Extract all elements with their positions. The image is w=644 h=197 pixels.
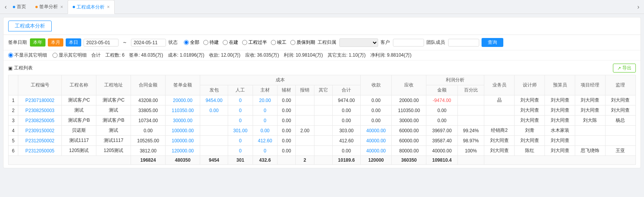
status-half[interactable]: 工程过半 xyxy=(242,39,267,46)
table-cell: 刘大同查 xyxy=(605,95,635,105)
col-profit-group: 利润分析 xyxy=(426,75,484,85)
table-cell: 2 xyxy=(9,105,18,116)
status-pending[interactable]: 待建 xyxy=(203,39,219,46)
table-cell[interactable]: P2312050005 xyxy=(18,146,62,156)
table-cell: 刘大陈 xyxy=(575,116,606,126)
table-cell: 0.00 xyxy=(253,126,277,136)
table-cell: 0 xyxy=(228,136,253,146)
table-cell: 99.24% xyxy=(457,126,484,136)
tab-sign-analysis[interactable]: 签单分析 × xyxy=(31,0,68,14)
col-receipt: 收款 xyxy=(360,75,392,95)
table-cell: 测试1117 xyxy=(96,136,131,146)
table-cell: 100000.00 xyxy=(166,136,200,146)
table-cell[interactable]: P2312050002 xyxy=(18,136,62,146)
total-profit: 109810.4 xyxy=(426,156,458,165)
team-member-input[interactable] xyxy=(448,39,479,47)
table-cell: 80000.00 xyxy=(392,146,426,156)
table-cell: 60000.00 xyxy=(392,126,426,136)
hide-detail-radio[interactable]: 不显示其它明细 xyxy=(8,52,47,59)
col-designer: 设计师 xyxy=(515,75,545,95)
total-receivable: 360350 xyxy=(392,156,426,165)
status-complete[interactable]: 竣工 xyxy=(271,39,286,46)
query-btn[interactable]: 查询 xyxy=(482,38,503,47)
total-profit-pct xyxy=(457,156,484,165)
col-cost-labor: 人工 xyxy=(228,85,253,95)
table-cell: 0 xyxy=(253,116,277,126)
list-icon: ▣ xyxy=(8,66,12,71)
btn-year[interactable]: 本年 xyxy=(30,38,45,47)
btn-day[interactable]: 本日 xyxy=(66,38,81,47)
table-cell xyxy=(296,146,314,156)
btn-month[interactable]: 本月 xyxy=(48,38,63,47)
total-aux xyxy=(277,156,296,165)
table-cell xyxy=(314,126,332,136)
table-cell xyxy=(200,116,228,126)
table-cell[interactable]: P2309150002 xyxy=(18,126,62,136)
tab-home[interactable]: 首页 xyxy=(8,0,31,14)
table-cell: 10734.00 xyxy=(131,116,166,126)
show-detail-radio[interactable]: 显示其它明细 xyxy=(52,52,87,59)
table-cell xyxy=(605,136,635,146)
tab-cost-close[interactable]: × xyxy=(107,4,110,10)
table-cell[interactable]: P2307180002 xyxy=(18,95,62,105)
col-cost-main: 主材 xyxy=(253,85,277,95)
status-building[interactable]: 在建 xyxy=(223,39,238,46)
col-cost-total: 合计 xyxy=(332,85,360,95)
summary-row: 不显示其它明细 显示其它明细 合计 工程数: 6 签单: 48.035(万) 成… xyxy=(3,50,641,60)
col-sign: 签单金额 xyxy=(166,75,200,95)
table-cell xyxy=(200,136,228,146)
hide-detail-label: 不显示其它明细 xyxy=(14,52,47,59)
col-receivable: 应收 xyxy=(392,75,426,95)
col-profit-amount: 金额 xyxy=(426,85,458,95)
table-cell: 测试 xyxy=(62,105,96,116)
status-all[interactable]: 全部 xyxy=(184,39,199,46)
project-belong-select[interactable] xyxy=(339,38,378,47)
table-cell: 3 xyxy=(9,116,18,126)
data-table: 工程编号 工程名称 工程地址 合同金额 签单金额 成本 收款 应收 利润分析 业… xyxy=(8,75,636,165)
table-cell: 王亚 xyxy=(605,146,635,156)
date-to[interactable] xyxy=(131,39,166,47)
receivable-stat: 应收: 36.035(万) xyxy=(245,52,279,59)
col-salesman: 业务员 xyxy=(484,75,515,95)
table-cell: 0.00 xyxy=(426,116,458,126)
filter-row: 签单日期 本年 本月 本日 ～ 状态 全部 待建 在建 工程过半 竣工 质保到期… xyxy=(3,35,641,50)
table-cell: 20.00 xyxy=(253,95,277,105)
table-cell: 0.00 xyxy=(332,105,360,116)
total-receipt: 120000 xyxy=(360,156,392,165)
table-cell: 3812.00 xyxy=(131,146,166,156)
tab-next-btn[interactable]: › xyxy=(636,3,641,10)
tab-cost-analysis[interactable]: 工程成本分析 × xyxy=(68,0,115,14)
table-cell[interactable]: P2308250005 xyxy=(18,116,62,126)
tab-prev-btn[interactable]: ‹ xyxy=(3,3,8,10)
tab-sign-close[interactable]: × xyxy=(60,4,63,10)
total-contract: 196824 xyxy=(131,156,166,165)
table-cell: -9474.00 xyxy=(426,95,458,105)
table-cell: 杨总 xyxy=(605,116,635,126)
table-cell: 刘青 xyxy=(515,126,545,136)
table-cell: 43208.00 xyxy=(131,95,166,105)
page-title[interactable]: 工程成本分析 xyxy=(8,21,52,31)
date-from[interactable] xyxy=(84,39,119,47)
table-cell: 测试 xyxy=(96,126,131,136)
table-cell: 5 xyxy=(9,136,18,146)
table-cell: 0.00 xyxy=(332,116,360,126)
table-cell: 刘大同查 xyxy=(484,136,515,146)
table-cell: 刘大同查 xyxy=(484,146,515,156)
client-input[interactable] xyxy=(393,39,424,47)
table-header-bar: ▣ 工程列表 ↗ 导出 xyxy=(8,64,636,73)
table-cell: 110350.00 xyxy=(166,105,200,116)
table-cell xyxy=(484,116,515,126)
table-cell: 1 xyxy=(9,95,18,105)
status-warranty[interactable]: 质保到期 xyxy=(290,39,315,46)
table-cell: 100000.00 xyxy=(166,126,200,136)
table-cell: 0.00 xyxy=(426,105,458,116)
table-cell: 0.00 xyxy=(277,116,296,126)
table-cell xyxy=(296,105,314,116)
col-cost-expense: 报销 xyxy=(296,85,314,95)
table-cell[interactable]: P2308250003 xyxy=(18,105,62,116)
export-btn[interactable]: ↗ 导出 xyxy=(613,64,636,73)
sign-date-label: 签单日期 xyxy=(8,39,27,46)
table-cell: 303.00 xyxy=(332,126,360,136)
table-cell xyxy=(457,105,484,116)
total-row: 196824 480350 9454 301 432.6 2 10189.6 1… xyxy=(9,156,636,165)
